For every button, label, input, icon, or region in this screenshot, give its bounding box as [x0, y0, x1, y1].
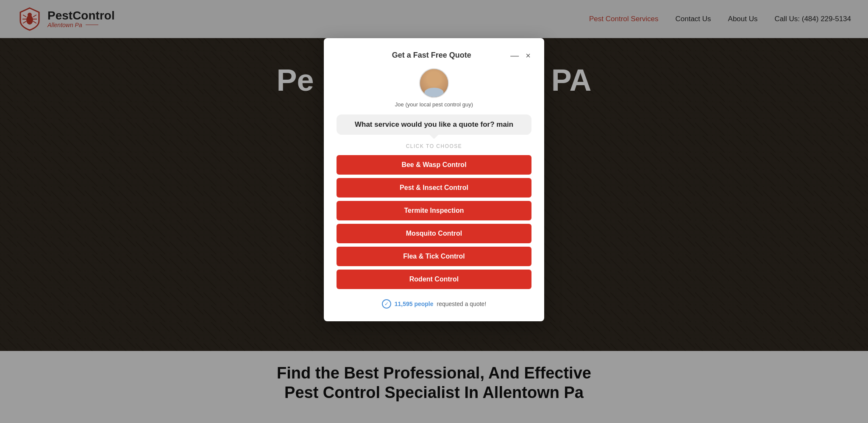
footer-count: 11,595 people — [395, 301, 434, 307]
checkmark-icon: ✓ — [382, 299, 391, 309]
modal-close-button[interactable]: × — [525, 51, 531, 60]
avatar-label: Joe (your local pest control guy) — [395, 101, 473, 108]
service-btn-pest-insect[interactable]: Pest & Insect Control — [337, 178, 531, 198]
avatar-person-image — [420, 69, 448, 97]
modal-header: Get a Fast Free Quote — × — [337, 51, 531, 60]
footer-note: ✓ 11,595 people requested a quote! — [337, 299, 531, 309]
avatar-area: Joe (your local pest control guy) — [337, 68, 531, 108]
service-btn-bee-wasp[interactable]: Bee & Wasp Control — [337, 155, 531, 175]
footer-text: requested a quote! — [437, 301, 487, 307]
click-to-choose-label: CLICK TO CHOOSE — [337, 143, 531, 149]
service-btn-mosquito[interactable]: Mosquito Control — [337, 224, 531, 243]
service-btn-flea-tick[interactable]: Flea & Tick Control — [337, 247, 531, 266]
modal: Get a Fast Free Quote — × Joe (your loca… — [324, 38, 544, 321]
modal-overlay: Get a Fast Free Quote — × Joe (your loca… — [0, 0, 868, 423]
service-btn-rodent[interactable]: Rodent Control — [337, 270, 531, 289]
modal-title: Get a Fast Free Quote — [353, 51, 509, 60]
avatar — [419, 68, 449, 98]
speech-bubble: What service would you like a quote for?… — [337, 114, 531, 135]
service-btn-termite[interactable]: Termite Inspection — [337, 201, 531, 220]
modal-minimize-button[interactable]: — — [509, 51, 520, 60]
modal-controls: — × — [509, 51, 531, 60]
service-buttons: Bee & Wasp Control Pest & Insect Control… — [337, 155, 531, 289]
